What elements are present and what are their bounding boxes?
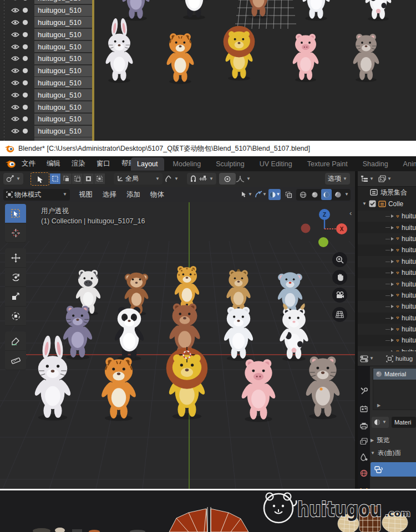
outliner-object-row[interactable]: huitu xyxy=(358,313,416,324)
select-mode-set[interactable] xyxy=(50,173,60,184)
outliner-item-label[interactable]: huitugou_510 xyxy=(34,101,92,112)
surface-panel-header[interactable]: ▼ 表(曲)面 xyxy=(371,449,416,457)
material-browse-button[interactable]: ▼ xyxy=(372,417,389,428)
tool-rotate-button[interactable] xyxy=(5,268,26,287)
window-titlebar[interactable]: Blender* [C:\Users\Administrator\Desktop… xyxy=(0,141,416,156)
material-name-field[interactable]: Materi xyxy=(392,417,416,428)
eye-icon[interactable] xyxy=(11,104,19,110)
selectability-circle-icon[interactable] xyxy=(22,19,28,25)
3d-viewport[interactable]: 用户透视 (1) Collection | huitugou_5107_16 xyxy=(0,202,355,489)
top-outliner-panel[interactable]: huitugou_510 huitugou_510 xyxy=(0,0,92,141)
outliner-row[interactable]: huitugou_510 xyxy=(0,113,92,125)
tab-object[interactable] xyxy=(358,485,370,489)
tool-annotate-button[interactable] xyxy=(5,331,26,351)
menu-edit[interactable]: 编辑 xyxy=(41,156,66,171)
outliner-item-label[interactable]: huitugou_510 xyxy=(34,126,92,137)
select-mode-invert[interactable] xyxy=(83,173,94,184)
blender-logo-icon[interactable] xyxy=(5,160,16,168)
tab-texture-paint[interactable]: Texture Paint xyxy=(301,157,354,171)
outliner-item-label[interactable]: huitugou_510 xyxy=(34,41,92,52)
outliner-row[interactable]: huitugou_510 xyxy=(0,0,92,4)
tool-cursor-button[interactable] xyxy=(5,223,26,243)
selectability-circle-icon[interactable] xyxy=(22,116,28,122)
material-slot-row[interactable]: Material xyxy=(373,369,416,380)
outliner-item-label[interactable]: huitugou_510 xyxy=(34,53,92,64)
selectability-circle-icon[interactable] xyxy=(22,0,28,1)
select-mode-extend[interactable] xyxy=(61,173,72,184)
tool-select-box-button[interactable] xyxy=(5,204,26,223)
tool-scale-button[interactable] xyxy=(5,287,26,306)
active-tool-select-box[interactable] xyxy=(31,172,49,186)
eye-icon[interactable] xyxy=(11,68,19,74)
tool-move-button[interactable] xyxy=(5,248,26,268)
tab-view-layer[interactable] xyxy=(358,434,370,448)
tab-animation[interactable]: Animation xyxy=(397,157,416,171)
tab-scene[interactable] xyxy=(358,450,370,464)
snap-magnet-group[interactable]: ▼ xyxy=(187,173,216,185)
menu-object[interactable]: 物体 xyxy=(146,190,169,200)
editor-type-properties-button[interactable]: ▼ xyxy=(360,355,374,362)
slot-expand-arrow[interactable]: ▶ xyxy=(377,403,381,408)
selectability-circle-icon[interactable] xyxy=(22,44,28,50)
outliner-object-row[interactable]: huitu xyxy=(358,244,416,255)
eye-icon[interactable] xyxy=(11,0,19,1)
eye-icon[interactable] xyxy=(11,116,19,122)
eye-icon[interactable] xyxy=(11,7,19,13)
outliner-object-row[interactable]: huitu xyxy=(358,278,416,289)
tab-sculpting[interactable]: Sculpting xyxy=(210,157,250,171)
outliner-object-row[interactable]: huitu xyxy=(358,324,416,335)
selectability-circle-icon[interactable] xyxy=(22,128,28,134)
menu-view[interactable]: 视图 xyxy=(74,190,97,200)
outliner-row[interactable]: huitugou_510 xyxy=(0,28,92,40)
outliner-object-row[interactable]: huitu xyxy=(358,222,416,233)
tool-measure-button[interactable] xyxy=(5,351,26,370)
menu-add[interactable]: 添加 xyxy=(122,190,145,200)
camera-view-button[interactable] xyxy=(332,288,347,303)
editor-type-button[interactable]: ▼ xyxy=(3,173,23,185)
scene-collection-row[interactable]: 场景集合 xyxy=(358,187,416,198)
mode-selector[interactable]: 物体模式 ▼ xyxy=(3,189,70,201)
select-mode-intersect[interactable] xyxy=(94,173,105,184)
outliner-row[interactable]: huitugou_510 xyxy=(0,125,92,137)
checkbox-checked-icon[interactable] xyxy=(369,200,376,207)
outliner-item-label[interactable]: huitugou_510 xyxy=(34,0,92,4)
outliner-item-label[interactable]: huitugou_510 xyxy=(34,114,92,125)
tab-render[interactable] xyxy=(358,402,370,416)
panel-expanded-arrow[interactable]: ▼ xyxy=(371,451,375,456)
tab-modeling[interactable]: Modeling xyxy=(167,157,207,171)
selectability-circle-icon[interactable] xyxy=(22,92,28,98)
outliner-row[interactable]: huitugou_510 xyxy=(0,40,92,53)
gizmos-dropdown[interactable]: ▼ xyxy=(255,189,267,200)
outliner-filter-button[interactable]: ▼ xyxy=(378,175,392,182)
menu-window[interactable]: 窗口 xyxy=(91,156,116,171)
outliner-row[interactable]: huitugou_510 xyxy=(0,53,92,65)
outliner-item-label[interactable]: huitugou_510 xyxy=(34,17,92,28)
gizmo-x-neg-axis[interactable] xyxy=(301,224,311,233)
outliner-item-label[interactable]: huitugou_510 xyxy=(34,65,92,76)
outliner-row[interactable]: huitugou_510 xyxy=(0,65,92,77)
outliner-object-row[interactable]: huitu xyxy=(358,301,416,312)
pan-button[interactable] xyxy=(332,270,347,285)
outliner-object-row[interactable]: huitu xyxy=(358,233,416,244)
editor-type-outliner-button[interactable]: ▼ xyxy=(361,175,374,182)
tab-layout[interactable]: Layout xyxy=(131,157,164,171)
tab-tool[interactable] xyxy=(358,383,370,398)
proportional-falloff-dropdown[interactable]: ▼ xyxy=(233,173,253,185)
selectability-filter-dropdown[interactable]: ▼ xyxy=(241,189,253,200)
outliner-object-row[interactable]: huitu xyxy=(358,211,416,222)
xray-toggle[interactable] xyxy=(282,189,295,200)
menu-file[interactable]: 文件 xyxy=(16,156,41,171)
gizmo-y-axis[interactable] xyxy=(318,237,328,247)
preview-panel-header[interactable]: ▶ 预览 xyxy=(371,436,416,444)
tab-uv-editing[interactable]: UV Editing xyxy=(253,157,298,171)
outliner-item-label[interactable]: huitugou_510 xyxy=(34,77,92,88)
eye-icon[interactable] xyxy=(11,128,19,134)
selectability-circle-icon[interactable] xyxy=(22,68,28,74)
navigation-gizmo[interactable]: Z X xyxy=(300,207,351,250)
eye-icon[interactable] xyxy=(11,44,19,50)
outliner-object-row[interactable]: huitu xyxy=(358,256,416,267)
eye-icon[interactable] xyxy=(11,80,19,86)
selectability-circle-icon[interactable] xyxy=(22,80,28,86)
tab-world[interactable] xyxy=(358,466,370,480)
sidebar-collapse-arrow[interactable]: ‹ xyxy=(349,209,352,217)
